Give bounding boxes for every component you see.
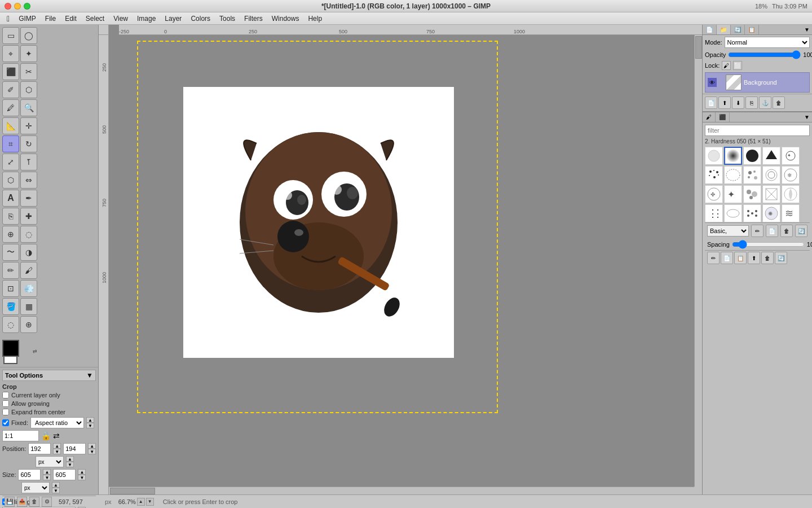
layer-lower-btn[interactable]: ⬇ xyxy=(732,97,744,109)
brush-category-select[interactable]: Basic, xyxy=(707,225,749,237)
layer-new-btn[interactable]: 📄 xyxy=(705,97,717,109)
unit-down[interactable]: ▼ xyxy=(66,462,74,467)
layers-tab-icon1[interactable]: 📄 xyxy=(703,25,717,34)
tool-options-collapse[interactable]: ▼ xyxy=(86,371,93,379)
fuzzy-select-tool[interactable]: ✦ xyxy=(20,45,37,62)
minimize-button[interactable] xyxy=(14,3,21,10)
size-unit-down[interactable]: ▼ xyxy=(52,488,60,493)
smudge-tool[interactable]: 〜 xyxy=(2,244,19,261)
lock-pixels-btn[interactable]: 🖌 xyxy=(722,61,731,70)
position-x-input[interactable] xyxy=(28,443,51,454)
menu-view[interactable]: View xyxy=(109,14,133,24)
fixed-select[interactable]: Aspect ratio xyxy=(30,417,84,428)
pos-x-down[interactable]: ▼ xyxy=(53,449,61,454)
flip-tool[interactable]: ⇔ xyxy=(20,172,37,189)
apple-menu[interactable]:  xyxy=(2,14,14,23)
brush-tab-collapse[interactable]: ▼ xyxy=(802,112,812,122)
brush-item-6[interactable] xyxy=(705,166,723,184)
window-controls[interactable] xyxy=(5,3,30,10)
airbrush-tool[interactable]: 💨 xyxy=(20,280,37,297)
measure-tool[interactable]: 📐 xyxy=(2,117,19,134)
spacing-slider[interactable] xyxy=(732,240,805,249)
fixed-value-lock[interactable]: 🔒 xyxy=(41,431,51,440)
bucket-fill-tool[interactable]: 🪣 xyxy=(2,298,19,315)
menu-file[interactable]: File xyxy=(41,14,60,24)
fg-select-tool[interactable]: ✐ xyxy=(2,81,19,98)
brush-action-1[interactable]: ✏ xyxy=(707,252,720,264)
opacity-slider[interactable] xyxy=(728,51,801,59)
brush-action-3[interactable]: 📋 xyxy=(734,252,747,264)
layers-tab-collapse[interactable]: ▼ xyxy=(802,25,812,34)
size-h-up[interactable]: ▲ xyxy=(78,469,86,475)
canvas-container[interactable] xyxy=(137,41,498,413)
fixed-checkbox[interactable] xyxy=(2,419,9,426)
layer-duplicate-btn[interactable]: ⎘ xyxy=(745,97,758,109)
zoom-up-btn[interactable]: ▲ xyxy=(137,498,145,506)
lock-alpha-btn[interactable]: ⬜ xyxy=(733,61,742,70)
crop-tool[interactable]: ⌗ xyxy=(2,135,19,152)
perspective-tool[interactable]: ⬡ xyxy=(2,172,19,189)
brush-item-19[interactable]: ✺ xyxy=(762,204,780,222)
menu-image[interactable]: Image xyxy=(133,14,160,24)
color-select-tool[interactable]: ⬛ xyxy=(2,63,19,80)
blur-tool[interactable]: ◌ xyxy=(20,226,37,243)
brush-action-5[interactable]: 🗑 xyxy=(761,252,774,264)
pos-y-down[interactable]: ▼ xyxy=(88,449,96,454)
brush-item-18[interactable] xyxy=(743,204,761,222)
layers-tab-icon4[interactable]: 📋 xyxy=(745,25,759,34)
size-w-down[interactable]: ▼ xyxy=(43,475,51,480)
menu-select[interactable]: Select xyxy=(81,14,109,24)
vscrollbar[interactable] xyxy=(694,35,702,487)
brush-item-16[interactable]: ⋮ ⋮ xyxy=(705,204,723,222)
layer-visibility-toggle[interactable]: 👁 xyxy=(708,78,717,87)
pos-y-up[interactable]: ▲ xyxy=(88,443,96,449)
clone-tool[interactable]: ⎘ xyxy=(2,208,19,225)
size-h-input[interactable] xyxy=(53,469,76,480)
heal2-tool[interactable]: ⊕ xyxy=(20,316,37,333)
brush-item-14[interactable] xyxy=(762,185,780,203)
brush-item-5[interactable]: ✦ xyxy=(782,147,800,165)
brush-item-8[interactable] xyxy=(743,166,761,184)
menu-colors[interactable]: Colors xyxy=(186,14,215,24)
brush-item-17[interactable] xyxy=(724,204,742,222)
brush-item-4[interactable] xyxy=(762,147,780,165)
expand-from-center-checkbox[interactable] xyxy=(2,409,9,415)
size-w-up[interactable]: ▲ xyxy=(43,469,51,475)
brush-item-20[interactable]: ≋ xyxy=(782,204,800,222)
free-select-tool[interactable]: ⌖ xyxy=(2,45,19,62)
paths-tool[interactable]: ⬡ xyxy=(20,81,37,98)
brush-item-7[interactable] xyxy=(724,166,742,184)
pencil-tool[interactable]: ✏ xyxy=(2,262,19,279)
hscrollbar-thumb[interactable] xyxy=(110,488,155,494)
allow-growing-checkbox[interactable] xyxy=(2,400,9,407)
menu-gimp[interactable]: GIMP xyxy=(14,14,41,24)
layer-background[interactable]: 👁 Background xyxy=(705,72,810,93)
brush-tab-brushes[interactable]: 🖌 xyxy=(703,112,716,122)
foreground-color[interactable] xyxy=(2,340,19,357)
blend-tool[interactable]: ▦ xyxy=(20,298,37,315)
brush-edit-btn[interactable]: ✏ xyxy=(751,225,764,237)
statusbar-prefs-btn[interactable]: ⚙ xyxy=(42,497,52,507)
shear-tool[interactable]: ⥘ xyxy=(20,154,37,170)
close-button[interactable] xyxy=(5,3,11,10)
scissors-tool[interactable]: ✂ xyxy=(20,63,37,80)
fixed-spin-down[interactable]: ▼ xyxy=(86,423,94,428)
brush-item-9[interactable] xyxy=(762,166,780,184)
heal-tool[interactable]: ✚ xyxy=(20,208,37,225)
paintbrush-tool[interactable]: 🖌 xyxy=(20,262,37,279)
mode-select[interactable]: Normal xyxy=(725,37,810,48)
color-picker-tool[interactable]: 🖉 xyxy=(2,99,19,116)
brush-new-btn[interactable]: 📄 xyxy=(766,225,778,237)
hscrollbar[interactable] xyxy=(109,487,694,494)
brush-filter-input[interactable] xyxy=(705,125,810,136)
text-tool[interactable]: A xyxy=(2,190,19,207)
vscrollbar-thumb[interactable] xyxy=(695,36,702,59)
zoom-down-btn[interactable]: ▼ xyxy=(146,498,154,506)
brush-item-2[interactable] xyxy=(724,147,742,165)
menu-edit[interactable]: Edit xyxy=(60,14,81,24)
fixed-spin-up[interactable]: ▲ xyxy=(86,417,94,423)
brush-item-1[interactable] xyxy=(705,147,723,165)
pos-x-up[interactable]: ▲ xyxy=(53,443,61,449)
scale-tool[interactable]: ⤢ xyxy=(2,154,19,170)
fixed-value-input[interactable] xyxy=(2,430,39,441)
